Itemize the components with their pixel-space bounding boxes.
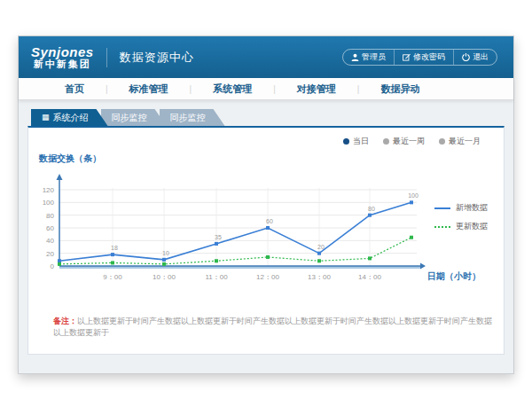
legend-label: 更新数据 <box>456 221 488 232</box>
data-point <box>58 259 61 262</box>
tab-bar: ▦ 系统介绍 同步监控 同步监控 <box>19 100 513 126</box>
edit-icon <box>403 53 411 61</box>
x-tick-label: 11：00 <box>205 273 228 281</box>
data-point <box>111 253 114 256</box>
range-filter-label: 最近一周 <box>393 136 425 147</box>
nav-item-home[interactable]: 首页 <box>43 82 106 96</box>
admin-user-label: 管理员 <box>362 51 386 63</box>
radio-dot-icon <box>383 138 389 145</box>
data-point <box>215 242 218 246</box>
legend-item-new-data[interactable]: 新增数据 <box>434 202 488 214</box>
range-filter-label: 当日 <box>353 136 369 147</box>
logout-button[interactable]: 退出 <box>453 50 497 65</box>
data-point <box>58 262 61 266</box>
data-point <box>266 255 270 259</box>
radio-dot-icon <box>343 138 349 145</box>
app-header: Synjones 新中新集团 数据资源中心 管理员 修改密码 退出 <box>19 36 513 78</box>
app-window: Synjones 新中新集团 数据资源中心 管理员 修改密码 退出 <box>18 35 514 374</box>
user-icon <box>351 53 359 61</box>
y-tick-label: 20 <box>46 250 54 258</box>
data-point <box>215 259 218 262</box>
admin-user-button[interactable]: 管理员 <box>343 50 394 65</box>
tab-label: 系统介绍 <box>53 109 89 126</box>
tab-sync-monitor-2[interactable]: 同步监控 <box>160 109 225 126</box>
nav-item-data-change[interactable]: 数据异动 <box>359 82 441 96</box>
footnote-label: 备注： <box>53 317 77 325</box>
y-tick-label: 0 <box>51 262 55 270</box>
range-filter-last-week[interactable]: 最近一周 <box>383 136 425 147</box>
nav-item-system-mgmt[interactable]: 系统管理 <box>192 82 273 96</box>
page-title: 数据资源中心 <box>106 48 194 67</box>
solid-line-icon <box>434 207 450 209</box>
main-nav: 首页 | 标准管理 | 系统管理 | 对接管理 | 数据异动 <box>19 78 513 100</box>
dotted-line-icon <box>434 226 450 228</box>
point-label: 80 <box>368 206 375 212</box>
y-tick-label: 60 <box>46 224 54 232</box>
y-axis-arrow <box>57 174 63 180</box>
footnote: 备注：以上数据更新于时间产生数据以上数据更新于时间产生数据以上数据更新于时间产生… <box>53 316 497 338</box>
nav-item-standard-mgmt[interactable]: 标准管理 <box>108 82 190 96</box>
range-filter-last-month[interactable]: 最近一月 <box>439 136 481 147</box>
legend-item-updated-data[interactable]: 更新数据 <box>434 221 488 232</box>
data-point <box>410 236 413 239</box>
chart-legend: 新增数据 更新数据 <box>434 202 488 239</box>
user-actions: 管理员 修改密码 退出 <box>342 49 497 66</box>
y-tick-label: 80 <box>46 212 54 220</box>
logout-label: 退出 <box>473 51 489 63</box>
tab-system-intro[interactable]: ▦ 系统介绍 <box>31 109 108 126</box>
nav-item-interface-mgmt[interactable]: 对接管理 <box>276 82 357 96</box>
x-axis-arrow <box>420 263 426 270</box>
range-filter-today[interactable]: 当日 <box>343 136 369 147</box>
data-point <box>410 200 413 204</box>
change-password-label: 修改密码 <box>413 51 445 63</box>
point-label: 18 <box>111 245 118 251</box>
logo-text-en: Synjones <box>31 45 94 59</box>
point-label: 60 <box>266 218 273 224</box>
x-tick-label: 14：00 <box>358 273 381 281</box>
chart-container: 9：0010：0011：0012：0013：0014：0002040608010… <box>28 172 504 296</box>
chart-panel: 当日 最近一周 最近一月 数据交换（条） 9：0010：0011：0012：00… <box>27 126 505 355</box>
data-point <box>317 259 321 262</box>
x-tick-label: 12：00 <box>256 273 279 281</box>
y-tick-label: 100 <box>43 199 55 207</box>
range-filter-label: 最近一月 <box>449 136 481 147</box>
data-point <box>368 214 372 217</box>
tab-label: 同步监控 <box>170 113 206 122</box>
x-tick-label: 10：00 <box>153 273 176 281</box>
point-label: 20 <box>317 244 325 250</box>
x-tick-label: 9：00 <box>103 273 122 281</box>
footnote-text: 以上数据更新于时间产生数据以上数据更新于时间产生数据以上数据更新于时间产生数据以… <box>53 317 492 337</box>
data-point <box>162 262 166 266</box>
data-point <box>368 256 372 260</box>
y-tick-label: 40 <box>46 237 54 245</box>
range-filter-group: 当日 最近一周 最近一月 <box>343 136 481 147</box>
point-label: 10 <box>162 250 169 256</box>
change-password-button[interactable]: 修改密码 <box>394 50 453 65</box>
x-tick-label: 13：00 <box>308 273 331 281</box>
logo-text-cn: 新中新集团 <box>31 59 94 70</box>
point-label: 100 <box>408 192 419 199</box>
data-point <box>266 226 270 230</box>
power-icon <box>462 53 470 61</box>
content-area: ▦ 系统介绍 同步监控 同步监控 当日 最近一周 <box>19 100 513 375</box>
tab-label: 同步监控 <box>112 113 147 122</box>
data-point <box>317 252 321 255</box>
y-axis-title: 数据交换（条） <box>39 153 101 165</box>
radio-dot-icon <box>439 138 445 145</box>
grid-icon: ▦ <box>42 113 50 121</box>
y-tick-label: 120 <box>43 186 55 194</box>
company-logo: Synjones 新中新集团 <box>31 45 94 69</box>
legend-label: 新增数据 <box>456 202 488 214</box>
x-axis-title: 日期（小时） <box>427 271 481 281</box>
line-chart: 9：0010：0011：0012：0013：0014：0002040608010… <box>28 172 504 296</box>
data-point <box>162 258 166 262</box>
data-point <box>111 261 114 264</box>
point-label: 35 <box>215 234 222 240</box>
tab-sync-monitor-1[interactable]: 同步监控 <box>101 109 167 126</box>
